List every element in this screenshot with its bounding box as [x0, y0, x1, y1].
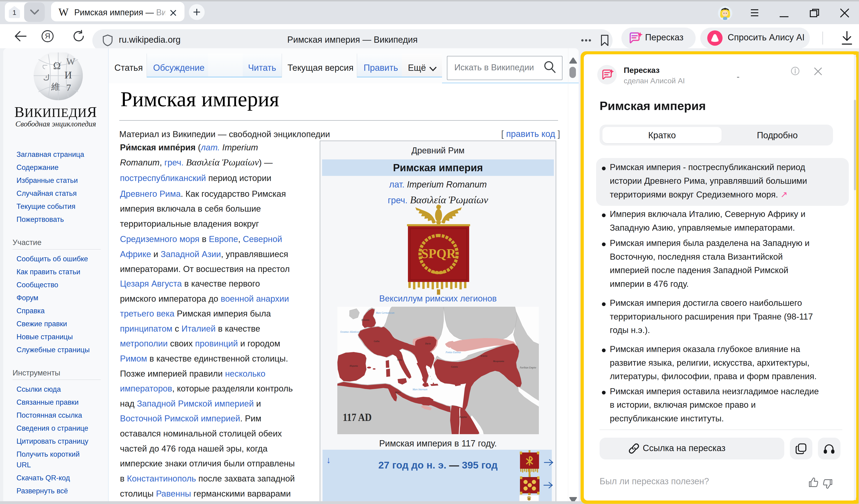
- svg-text:W: W: [66, 56, 75, 66]
- svg-text:7: 7: [66, 82, 71, 93]
- svg-text:Oceanus Atlanticus: Oceanus Atlanticus: [340, 330, 359, 333]
- svg-text:Mare Internum: Mare Internum: [412, 388, 427, 391]
- svg-text:Mare Germanicum: Mare Germanicum: [376, 311, 394, 314]
- svg-text:Ægyptus: Ægyptus: [459, 415, 467, 418]
- svg-text:SPQR: SPQR: [421, 246, 456, 261]
- svg-text:ك: ك: [43, 73, 50, 82]
- svg-text:Africa: Africa: [395, 391, 401, 394]
- svg-text:維: 維: [51, 82, 60, 91]
- svg-text:Ω: Ω: [53, 60, 61, 72]
- svg-text:Hispania: Hispania: [349, 364, 358, 367]
- svg-text:Italia: Italia: [397, 358, 402, 361]
- svg-text:Pontus Euxinus: Pontus Euxinus: [446, 351, 461, 354]
- svg-text:Parthian Empire: Parthian Empire: [519, 366, 536, 369]
- svg-text:И: И: [64, 70, 72, 81]
- svg-text:Я: Я: [45, 32, 50, 40]
- svg-text:1: 1: [13, 9, 16, 16]
- svg-text:Galatia: Galatia: [451, 365, 458, 368]
- svg-text:Armenia: Armenia: [480, 355, 487, 357]
- svg-text:117 AD: 117 AD: [343, 411, 372, 423]
- svg-text:Mesopotamia: Mesopotamia: [493, 360, 504, 363]
- svg-text:Britannia: Britannia: [362, 319, 370, 321]
- svg-text:Gallia: Gallia: [374, 340, 380, 342]
- svg-text:Dacia: Dacia: [425, 342, 431, 345]
